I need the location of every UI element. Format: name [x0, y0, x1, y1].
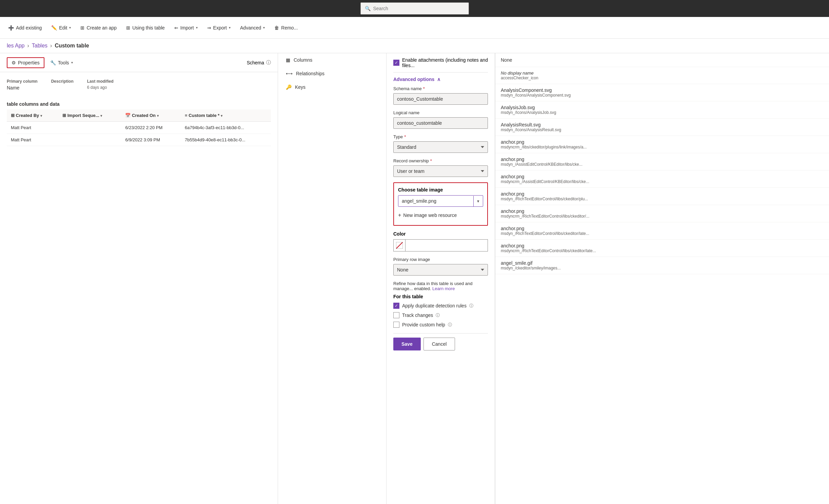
- main-toolbar: ➕ Add existing ✏️ Edit ▾ ⊞ Create an app…: [0, 17, 829, 39]
- type-label-row: Type *: [393, 134, 488, 139]
- record-ownership-select[interactable]: User or team: [393, 165, 488, 177]
- type-group: Type * Standard: [393, 134, 488, 153]
- tools-chevron-icon: ▾: [71, 61, 73, 64]
- refine-section: Refine how data in this table is used an…: [393, 281, 488, 328]
- nav-relationships[interactable]: ⟷ Relationships: [278, 67, 386, 80]
- create-app-button[interactable]: ⊞ Create an app: [76, 23, 121, 33]
- import-button[interactable]: ⇐ Import ▾: [170, 23, 202, 33]
- no-color-icon: [396, 242, 403, 249]
- advanced-options-toggle[interactable]: Advanced options ∧: [393, 73, 488, 86]
- new-image-resource-button[interactable]: + New image web resource: [398, 209, 457, 221]
- advanced-chevron-icon: ▾: [263, 26, 265, 29]
- cell-custom-1: 6a794b4c-3af3-ec11-bb3d-0...: [181, 122, 271, 134]
- dropdown-item-angel-gif[interactable]: angel_smile.gif msdyn_/ckeditor/smiley/i…: [495, 257, 829, 274]
- dropdown-item-4[interactable]: anchor.png msdyncrm_/libs/ckeditor/plugi…: [495, 136, 829, 153]
- primary-column-label: Primary column: [7, 79, 38, 84]
- search-icon: 🔍: [365, 6, 371, 11]
- save-button[interactable]: Save: [393, 338, 421, 350]
- apply-duplicate-label: Apply duplicate detection rules: [402, 303, 467, 308]
- edit-chevron-icon: ▾: [69, 26, 71, 29]
- date-col-icon: 📅: [125, 113, 131, 118]
- breadcrumb-tables[interactable]: Tables: [32, 43, 47, 49]
- color-input[interactable]: [406, 239, 488, 251]
- col-custom-table[interactable]: ≡ Custom table * ▾: [181, 109, 271, 122]
- color-label: Color: [393, 231, 488, 237]
- tools-tab[interactable]: 🔧 Tools ▾: [46, 58, 77, 68]
- dropdown-item-no-display[interactable]: No display name accessChecker_icon: [495, 67, 829, 84]
- breadcrumb-app[interactable]: les App: [7, 43, 24, 49]
- logical-name-input[interactable]: [393, 117, 488, 129]
- primary-row-image-select[interactable]: None: [393, 264, 488, 276]
- using-this-table-button[interactable]: ⊞ Using this table: [122, 23, 169, 33]
- columns-icon: ▦: [286, 57, 290, 63]
- col-created-on[interactable]: 📅 Created On ▾: [121, 109, 181, 122]
- enable-attachments-row: Enable attachments (including notes and …: [393, 53, 488, 73]
- dropdown-item-10[interactable]: anchor.png msdyncrm_/RichTextEditorContr…: [495, 240, 829, 257]
- action-buttons: Save Cancel: [393, 333, 488, 355]
- primary-row-image-group: Primary row image None: [393, 257, 488, 276]
- import-chevron-icon: ▾: [196, 26, 198, 29]
- properties-tab[interactable]: ⚙ Properties: [7, 57, 44, 68]
- refine-text: Refine how data in this table is used an…: [393, 281, 488, 291]
- breadcrumb-sep2: ›: [50, 43, 52, 49]
- image-dropdown-btn[interactable]: ▾: [473, 196, 483, 206]
- col-created-by[interactable]: ⊞ Created By ▾: [7, 109, 58, 122]
- track-changes-checkbox[interactable]: [393, 312, 399, 318]
- col-chevron-2: ▾: [100, 114, 102, 118]
- dropdown-item-2[interactable]: AnalysisJob.svg msdyn_/Icons/AnalysisJob…: [495, 101, 829, 119]
- apply-duplicate-row: Apply duplicate detection rules ⓘ: [393, 303, 488, 309]
- cell-created-by-1: Matt Peart: [7, 122, 58, 134]
- breadcrumb: les App › Tables › Custom table: [0, 39, 829, 53]
- dropdown-item-none[interactable]: None: [495, 53, 829, 67]
- keys-icon: 🔑: [286, 84, 292, 90]
- primary-row-image-label: Primary row image: [393, 257, 488, 262]
- edit-icon: ✏️: [51, 25, 57, 31]
- nav-keys[interactable]: 🔑 Keys: [278, 80, 386, 94]
- add-existing-button[interactable]: ➕ Add existing: [4, 23, 46, 33]
- col-import-seq[interactable]: ⊞ Import Seque... ▾: [58, 109, 121, 122]
- cell-import-1: [58, 122, 121, 134]
- enable-attachments-checkbox[interactable]: [393, 60, 399, 66]
- dropdown-item-1[interactable]: AnalysisComponent.svg msdyn_/Icons/Analy…: [495, 84, 829, 101]
- import-icon: ⇐: [174, 25, 178, 31]
- export-chevron-icon: ▾: [229, 26, 231, 29]
- table-row: Matt Peart 6/23/2022 2:20 PM 6a794b4c-3a…: [7, 122, 271, 134]
- dropdown-item-6[interactable]: anchor.png msdyncrm_/AssistEditControl/K…: [495, 170, 829, 188]
- primary-column-value: Name: [7, 85, 38, 90]
- main-layout: ⚙ Properties 🔧 Tools ▾ Schema ⓘ Primary …: [0, 53, 829, 504]
- apply-duplicate-info-icon[interactable]: ⓘ: [469, 303, 473, 309]
- track-changes-info-icon[interactable]: ⓘ: [436, 313, 440, 318]
- choose-table-image-title: Choose table image: [398, 187, 483, 193]
- dropdown-item-9[interactable]: anchor.png msdyn_/RichTextEditorControl/…: [495, 222, 829, 240]
- plus-icon: +: [398, 212, 401, 218]
- dropdown-item-8[interactable]: anchor.png msdyncrm_/RichTextEditorContr…: [495, 205, 829, 222]
- apply-duplicate-checkbox[interactable]: [393, 303, 399, 309]
- dropdown-item-7[interactable]: anchor.png msdyn_/RichTextEditorControl/…: [495, 188, 829, 205]
- export-button[interactable]: ⇒ Export ▾: [203, 23, 235, 33]
- provide-custom-help-checkbox[interactable]: [393, 322, 399, 328]
- data-table: ⊞ Created By ▾ ⊞ Import Seque... ▾ 📅 Cre…: [7, 109, 271, 146]
- remove-button[interactable]: 🗑 Remo...: [270, 23, 302, 33]
- schema-name-input[interactable]: [393, 93, 488, 105]
- cell-created-on-1: 6/23/2022 2:20 PM: [121, 122, 181, 134]
- dropdown-item-5[interactable]: anchor.png msdyn_/AssistEditControl/KBEd…: [495, 153, 829, 170]
- logical-name-group: Logical name: [393, 110, 488, 129]
- dropdown-item-3[interactable]: AnalysisResult.svg msdyn_/Icons/Analysis…: [495, 119, 829, 136]
- col-chevron-1: ▾: [40, 114, 42, 118]
- type-select[interactable]: Standard: [393, 141, 488, 153]
- provide-custom-help-info-icon[interactable]: ⓘ: [448, 322, 452, 328]
- schema-section: Schema ⓘ: [247, 60, 271, 66]
- edit-button[interactable]: ✏️ Edit ▾: [47, 23, 75, 33]
- breadcrumb-sep1: ›: [27, 43, 29, 49]
- search-input[interactable]: [373, 6, 465, 11]
- description-group: Description: [51, 79, 74, 90]
- learn-more-link[interactable]: Learn more: [432, 286, 455, 291]
- cancel-button[interactable]: Cancel: [423, 338, 455, 350]
- add-icon: ➕: [8, 25, 14, 31]
- color-null-button[interactable]: [393, 239, 406, 251]
- image-dropdown-input[interactable]: [398, 196, 473, 206]
- nav-columns[interactable]: ▦ Columns: [278, 53, 386, 67]
- color-section: Color: [393, 231, 488, 251]
- advanced-button[interactable]: Advanced ▾: [236, 23, 269, 33]
- left-panel: ⚙ Properties 🔧 Tools ▾ Schema ⓘ Primary …: [0, 53, 278, 504]
